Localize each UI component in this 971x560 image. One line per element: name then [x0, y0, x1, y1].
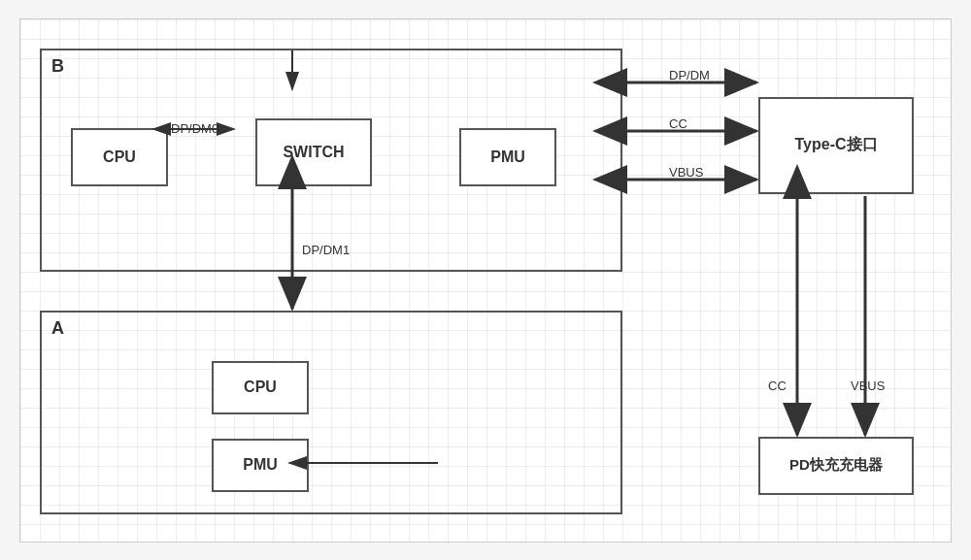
vbus-right-label: VBUS	[851, 379, 885, 393]
pmu-b-label: PMU	[490, 148, 525, 166]
cpu-b-label: CPU	[103, 148, 136, 166]
dp-dm1-label: DP/DM1	[302, 243, 350, 257]
cpu-b-box: CPU	[71, 128, 168, 186]
pmu-a-box: PMU	[212, 439, 309, 492]
box-a: A CPU PMU	[40, 311, 622, 514]
pd-charger-box: PD快充充电器	[758, 437, 914, 495]
type-c-label: Type-C接口	[794, 135, 877, 155]
box-b: B CPU SWITCH PMU	[40, 49, 622, 272]
pmu-b-box: PMU	[459, 128, 556, 186]
pmu-a-label: PMU	[243, 456, 278, 474]
vbus-top-label: VBUS	[669, 165, 703, 180]
type-c-box: Type-C接口	[758, 97, 914, 194]
cc-right-label: CC	[768, 379, 787, 393]
box-a-label: A	[51, 318, 64, 339]
dp-dm-label: DP/DM	[669, 68, 710, 82]
cpu-a-box: CPU	[212, 361, 309, 414]
diagram-container: B CPU SWITCH PMU A CPU PMU Type-C接口 PD快充…	[19, 18, 952, 543]
dp-dm0-label: DP/DM0	[171, 121, 218, 136]
switch-b-label: SWITCH	[283, 144, 344, 161]
cpu-a-label: CPU	[244, 379, 277, 396]
switch-b-box: SWITCH	[255, 118, 372, 186]
box-b-label: B	[51, 56, 64, 77]
cc-top-label: CC	[669, 116, 687, 131]
pd-charger-label: PD快充充电器	[789, 456, 883, 475]
